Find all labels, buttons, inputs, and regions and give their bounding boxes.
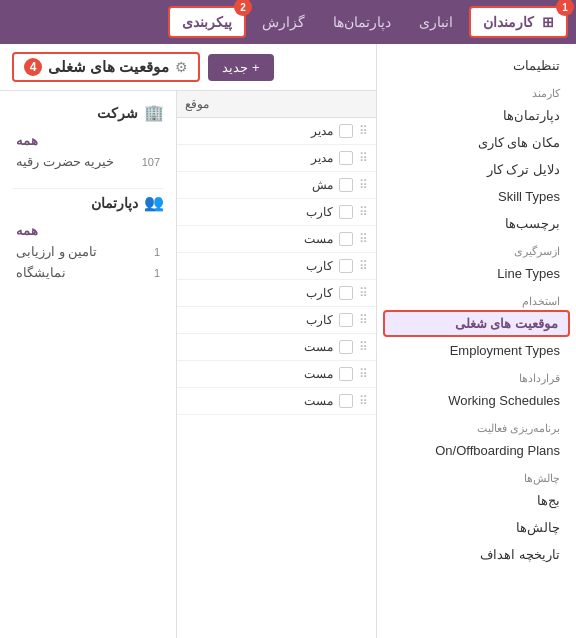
sidebar-challenges[interactable]: چالش‌ها — [377, 514, 576, 541]
nav-employees[interactable]: ⊞ کارمندان — [469, 6, 568, 38]
nav-departments[interactable]: دپارتمان‌ها — [321, 8, 403, 36]
row-text: مدیر — [185, 124, 333, 138]
company-filter-khayriye[interactable]: 107 خیریه حضرت رقیه — [12, 151, 164, 172]
sidebar-working-schedules[interactable]: Working Schedules — [377, 387, 576, 414]
row-checkbox[interactable] — [339, 394, 353, 408]
list-item[interactable]: ⠿ مدیر — [177, 145, 376, 172]
dept-all-label: همه — [16, 223, 38, 238]
main-panel: + جدید ⚙ موقعیت های شغلی 4 موقع ⠿ — [0, 44, 376, 638]
top-navigation: 1 ⊞ کارمندان انباری دپارتمان‌ها گزارش 2 … — [0, 0, 576, 44]
department-filter-all[interactable]: همه — [12, 220, 164, 241]
list-item[interactable]: ⠿ مست — [177, 388, 376, 415]
sidebar-settings-label: تنظیمات — [513, 58, 560, 73]
row-checkbox[interactable] — [339, 178, 353, 192]
drag-handle-icon: ⠿ — [359, 313, 368, 327]
drag-handle-icon: ⠿ — [359, 232, 368, 246]
list-item[interactable]: ⠿ مش — [177, 172, 376, 199]
department-filter-section: 👥 دپارتمان همه 1 تامین و ارزیابی 1 نمایش… — [12, 193, 164, 283]
company-khayriye-count: 107 — [142, 156, 160, 168]
sidebar-workplaces[interactable]: مکان های کاری — [377, 129, 576, 156]
sidebar-leave-reasons[interactable]: دلایل ترک کار — [377, 156, 576, 183]
department-icon: 👥 — [144, 193, 164, 212]
sidebar-tags[interactable]: برچسب‌ها — [377, 210, 576, 237]
drag-handle-icon: ⠿ — [359, 394, 368, 408]
department-filter-namayeshgah[interactable]: 1 نمایشگاه — [12, 262, 164, 283]
new-button-label: + جدید — [222, 60, 259, 75]
nav-employees-label: کارمندان — [483, 14, 534, 30]
row-text: مدیر — [185, 151, 333, 165]
sidebar-departments[interactable]: دپارتمان‌ها — [377, 102, 576, 129]
list-header: موقع — [177, 91, 376, 118]
sidebar-skill-types[interactable]: Skill Types — [377, 183, 576, 210]
list-item[interactable]: ⠿ مست — [177, 334, 376, 361]
sidebar-job-positions[interactable]: موقعیت های شغلی — [383, 310, 570, 337]
row-checkbox[interactable] — [339, 313, 353, 327]
nav-warehouse-label: انباری — [419, 14, 453, 30]
new-button[interactable]: + جدید — [208, 54, 273, 81]
row-checkbox[interactable] — [339, 205, 353, 219]
department-filter-label: دپارتمان — [91, 195, 138, 211]
sidebar-section-contracts: قراردادها — [377, 364, 576, 387]
sidebar-line-types[interactable]: Line Types — [377, 260, 576, 287]
company-filter-title: 🏢 شرکت — [12, 103, 164, 122]
sidebar-section-resume: ازسرگیری — [377, 237, 576, 260]
row-text: مست — [185, 340, 333, 354]
nav-reports[interactable]: گزارش — [250, 8, 317, 36]
dept-namayeshgah-label: نمایشگاه — [16, 265, 66, 280]
dept-tamin-label: تامین و ارزیابی — [16, 244, 97, 259]
drag-handle-icon: ⠿ — [359, 367, 368, 381]
row-checkbox[interactable] — [339, 367, 353, 381]
sidebar-employment-types[interactable]: Employment Types — [377, 337, 576, 364]
list-item[interactable]: ⠿ مست — [177, 226, 376, 253]
row-text: کارب — [185, 313, 333, 327]
drag-handle-icon: ⠿ — [359, 151, 368, 165]
row-checkbox[interactable] — [339, 286, 353, 300]
drag-handle-icon: ⠿ — [359, 340, 368, 354]
badge-1: 1 — [556, 0, 574, 16]
sidebar-section-activity: برنامه‌ریزی فعالیت — [377, 414, 576, 437]
company-filter-section: 🏢 شرکت همه 107 خیریه حضرت رقیه — [12, 103, 164, 172]
filter-divider — [12, 188, 164, 189]
row-checkbox[interactable] — [339, 259, 353, 273]
page-title: موقعیت های شغلی — [48, 58, 169, 76]
gear-icon: ⚙ — [175, 59, 188, 75]
department-filter-title: 👥 دپارتمان — [12, 193, 164, 212]
drag-handle-icon: ⠿ — [359, 124, 368, 138]
sidebar-section-recruitment: استخدام — [377, 287, 576, 310]
company-filter-all[interactable]: همه — [12, 130, 164, 151]
nav-warehouse[interactable]: انباری — [407, 8, 465, 36]
content-area: تنظیمات کارمند دپارتمان‌ها مکان های کاری… — [0, 44, 576, 638]
list-item[interactable]: ⠿ کارب — [177, 253, 376, 280]
row-checkbox[interactable] — [339, 340, 353, 354]
filter-panel: 🏢 شرکت همه 107 خیریه حضرت رقیه — [0, 91, 176, 638]
list-item[interactable]: ⠿ کارب — [177, 280, 376, 307]
list-panel: موقع ⠿ مدیر ⠿ مدیر ⠿ مش — [176, 91, 376, 638]
sidebar: تنظیمات کارمند دپارتمان‌ها مکان های کاری… — [376, 44, 576, 638]
row-text: مست — [185, 394, 333, 408]
list-item[interactable]: ⠿ مست — [177, 361, 376, 388]
page-header: + جدید ⚙ موقعیت های شغلی 4 — [0, 44, 376, 91]
list-item[interactable]: ⠿ کارب — [177, 307, 376, 334]
row-text: مست — [185, 232, 333, 246]
row-text: کارب — [185, 286, 333, 300]
list-item[interactable]: ⠿ مدیر — [177, 118, 376, 145]
sidebar-goals-history[interactable]: تاریخچه اهداف — [377, 541, 576, 568]
sidebar-settings[interactable]: تنظیمات — [377, 52, 576, 79]
department-filter-tamin[interactable]: 1 تامین و ارزیابی — [12, 241, 164, 262]
grid-icon: ⊞ — [542, 14, 554, 30]
sidebar-section-challenges: چالش‌ها — [377, 464, 576, 487]
sidebar-onoff-plans[interactable]: On/Offboarding Plans — [377, 437, 576, 464]
company-icon: 🏢 — [144, 103, 164, 122]
list-item[interactable]: ⠿ کارب — [177, 199, 376, 226]
drag-handle-icon: ⠿ — [359, 286, 368, 300]
page-title-area: ⚙ موقعیت های شغلی 4 — [12, 52, 200, 82]
dept-tamin-count: 1 — [154, 246, 160, 258]
row-checkbox[interactable] — [339, 124, 353, 138]
row-text: کارب — [185, 205, 333, 219]
badge-4: 4 — [24, 58, 42, 76]
row-checkbox[interactable] — [339, 151, 353, 165]
sidebar-badges[interactable]: بج‌ها — [377, 487, 576, 514]
row-checkbox[interactable] — [339, 232, 353, 246]
row-text: مش — [185, 178, 333, 192]
drag-handle-icon: ⠿ — [359, 178, 368, 192]
